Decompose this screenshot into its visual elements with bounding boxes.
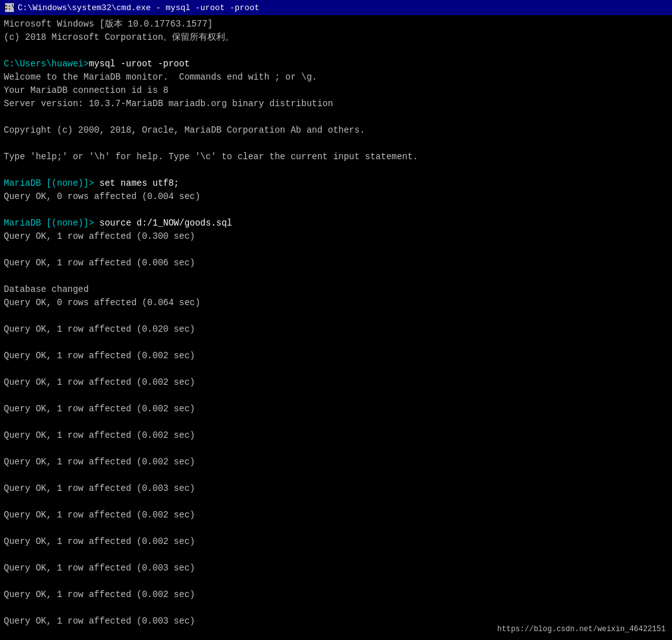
terminal-line: MariaDB [(none)]> set names utf8; xyxy=(4,177,668,190)
terminal-line xyxy=(4,416,668,429)
terminal-line: Query OK, 0 rows affected (0.064 sec) xyxy=(4,296,668,310)
terminal-line: Query OK, 1 row affected (0.003 sec) xyxy=(4,482,668,495)
terminal-window: C:\ C:\Windows\system32\cmd.exe - mysql … xyxy=(0,0,672,640)
terminal-line: Query OK, 1 row affected (0.002 sec) xyxy=(4,535,668,548)
terminal-line: Query OK, 1 row affected (0.300 sec) xyxy=(4,230,668,243)
terminal-line xyxy=(4,522,668,535)
terminal-line: C:\Users\huawei>mysql -uroot -proot xyxy=(4,57,668,71)
terminal-line: Query OK, 1 row affected (0.002 sec) xyxy=(4,349,668,363)
terminal-line xyxy=(4,44,668,57)
terminal-line xyxy=(4,575,668,588)
terminal-line xyxy=(4,270,668,283)
terminal-line: Your MariaDB connection id is 8 xyxy=(4,84,668,97)
terminal-content[interactable]: Microsoft Windows [版本 10.0.17763.1577](c… xyxy=(0,15,672,640)
terminal-line xyxy=(4,389,668,402)
terminal-line xyxy=(4,111,668,124)
title-bar: C:\ C:\Windows\system32\cmd.exe - mysql … xyxy=(0,0,672,15)
terminal-line: Server version: 10.3.7-MariaDB mariadb.o… xyxy=(4,97,668,111)
terminal-line: Query OK, 1 row affected (0.002 sec) xyxy=(4,456,668,469)
terminal-line xyxy=(4,601,668,615)
terminal-line xyxy=(4,363,668,376)
terminal-line: Microsoft Windows [版本 10.0.17763.1577] xyxy=(4,18,668,31)
terminal-line: Query OK, 1 row affected (0.006 sec) xyxy=(4,257,668,270)
terminal-line: Query OK, 0 rows affected (0.004 sec) xyxy=(4,190,668,203)
terminal-line: Query OK, 1 row affected (0.003 sec) xyxy=(4,562,668,575)
terminal-line: Query OK, 1 row affected (0.002 sec) xyxy=(4,588,668,601)
terminal-line: Welcome to the MariaDB monitor. Commands… xyxy=(4,71,668,84)
terminal-line: MariaDB [(none)]> source d:/1_NOW/goods.… xyxy=(4,217,668,230)
terminal-line xyxy=(4,203,668,217)
terminal-line: Query OK, 1 row affected (0.002 sec) xyxy=(4,509,668,522)
terminal-line xyxy=(4,442,668,456)
terminal-line xyxy=(4,548,668,562)
terminal-line xyxy=(4,336,668,349)
terminal-line: Type 'help;' or '\h' for help. Type '\c'… xyxy=(4,150,668,164)
title-text: C:\Windows\system32\cmd.exe - mysql -uro… xyxy=(18,3,259,13)
terminal-line: (c) 2018 Microsoft Corporation。保留所有权利。 xyxy=(4,31,668,44)
watermark: https://blog.csdn.net/weixin_46422151 xyxy=(498,625,666,634)
terminal-line xyxy=(4,243,668,257)
terminal-line xyxy=(4,495,668,509)
terminal-line: Copyright (c) 2000, 2018, Oracle, MariaD… xyxy=(4,124,668,137)
terminal-line xyxy=(4,137,668,150)
terminal-line xyxy=(4,469,668,482)
terminal-line: Query OK, 1 row affected (0.020 sec) xyxy=(4,323,668,336)
terminal-line: Query OK, 1 row affected (0.002 sec) xyxy=(4,402,668,416)
terminal-line: Query OK, 1 row affected (0.002 sec) xyxy=(4,376,668,389)
terminal-line xyxy=(4,310,668,323)
terminal-line xyxy=(4,164,668,177)
terminal-line: Database changed xyxy=(4,283,668,296)
terminal-line: Query OK, 1 row affected (0.002 sec) xyxy=(4,429,668,442)
terminal-icon: C:\ xyxy=(5,3,14,12)
